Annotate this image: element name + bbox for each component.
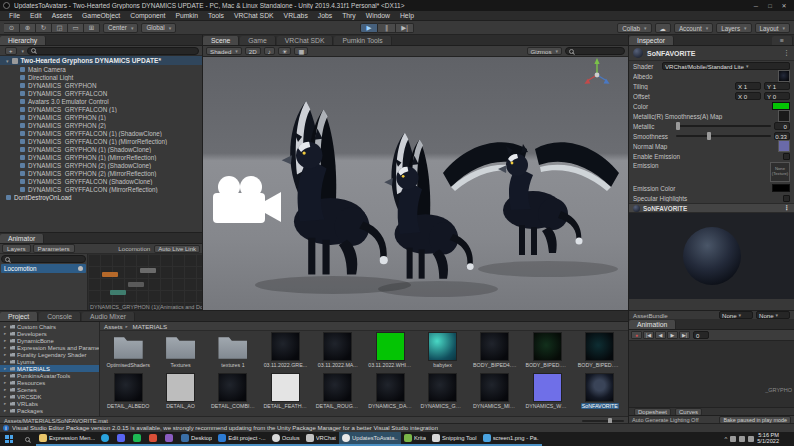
foldout-icon[interactable]: ▸ [4,380,8,385]
inspector-menu-icon[interactable]: ≡ [772,36,793,45]
menu-item[interactable]: Component [125,12,170,19]
taskbar-app-button[interactable] [162,432,178,446]
layer-item-locomotion[interactable]: Locomotion [1,264,86,273]
project-folder-item[interactable]: ▸ VRLabs [0,400,99,407]
tray-expand-icon[interactable]: ^ [724,436,727,442]
menu-item[interactable]: Window [361,12,395,19]
project-folder-item[interactable]: ▸ Packages [0,407,99,414]
project-folder-item[interactable]: ▸ Resources [0,379,99,386]
hierarchy-item[interactable]: DYNAMICS_GRYFFALCON (ShadowClone) [0,177,202,185]
battery-icon[interactable] [748,436,754,442]
animator-graph[interactable]: DYNAMICS_GRYPHON (1)(Animatics and Dom(M… [88,254,202,310]
transform-tool-button[interactable]: ◲ [52,23,68,33]
project-folder-item[interactable]: ▸ Scenes [0,386,99,393]
menu-item[interactable]: File [4,12,25,19]
lighting-toggle-icon[interactable]: ☀ [278,47,292,55]
enable-emission-checkbox[interactable] [783,153,790,160]
asset-item[interactable]: SoNFAVORITE [574,373,626,414]
preview-options-icon[interactable]: ⋮ [784,204,790,212]
next-frame-button[interactable]: ▶| [679,331,690,339]
2d-toggle[interactable]: 2D [245,47,261,55]
effects-toggle-icon[interactable]: ▦ [294,47,308,55]
tiling-y-field[interactable]: Y 1 [764,82,790,90]
play-animation-button[interactable]: ▶ [667,331,678,339]
slider-knob[interactable] [707,132,711,140]
tiling-x-field[interactable]: X 1 [735,82,761,90]
create-button[interactable]: + [5,47,17,55]
offset-x-field[interactable]: X 0 [735,92,761,100]
offset-y-field[interactable]: Y 0 [764,92,790,100]
step-button[interactable]: ▶| [396,23,414,33]
bottom-panel-tab[interactable]: Console [39,312,81,321]
foldout-icon[interactable]: ▸ [4,359,8,364]
editor-status-bar[interactable]: i Visual Studio Editor Package version 2… [0,423,794,432]
transform-tool-button[interactable]: ⊞ [84,23,100,33]
taskbar-app-button[interactable]: screen1.png - Pa... [480,432,542,446]
state-node[interactable] [140,268,156,273]
asset-item[interactable]: DYNAMICS_WHI... [521,373,573,414]
hierarchy-item[interactable]: DYNAMICS_GRYPHON (1) [0,113,202,121]
hierarchy-search[interactable] [27,47,199,55]
emission-color-swatch[interactable] [772,184,790,192]
taskbar-app-button[interactable]: Desktop [178,432,215,446]
pivot-toggle[interactable]: Center▾ [103,23,138,33]
volume-icon[interactable] [739,436,745,442]
foldout-icon[interactable]: ▸ [4,401,8,406]
transform-tool-button[interactable]: ↻ [36,23,52,33]
albedo-texture-slot[interactable] [778,70,790,82]
scene-view-tab[interactable]: Pumkin Tools [334,36,391,45]
project-folder-item[interactable]: ▸ Custom Chairs [0,323,99,330]
space-toggle[interactable]: Global▾ [141,23,176,33]
gizmos-dropdown[interactable]: Gizmos▾ [527,47,563,55]
menu-item[interactable]: Pumkin [170,12,203,19]
hierarchy-item[interactable]: DYNAMICS_GRYFFALCON (1) (ShadowClone) [0,129,202,137]
play-button[interactable]: ▶ [360,23,378,33]
layer-settings-icon[interactable] [78,266,83,271]
menu-item[interactable]: Assets [47,12,77,19]
asset-item[interactable]: DETAIL_ALBEDO [102,373,154,414]
hierarchy-item[interactable]: DYNAMICS_GRYFFALCON [0,89,202,97]
specular-highlights-checkbox[interactable] [783,195,790,202]
scene-view-tab[interactable]: VRChat SDK [277,36,334,45]
foldout-icon[interactable]: ▸ [4,373,8,378]
taskbar-app-button[interactable] [98,432,114,446]
menu-item[interactable]: Thry [337,12,361,19]
taskbar-app-button[interactable] [130,432,146,446]
thumbnail-zoom-slider[interactable] [582,420,624,422]
asset-item[interactable]: DETAIL_ROUGHN... [312,373,364,414]
hierarchy-item[interactable]: DYNAMICS_GRYPHON (1) (ShadowClone) [0,145,202,153]
scene-search[interactable] [565,47,625,55]
asset-item[interactable]: DETAIL_FEATHERS [259,373,311,414]
record-button[interactable]: ● [631,331,642,339]
breadcrumb-root[interactable]: Assets [104,323,123,330]
layout-dropdown[interactable]: Layout▾ [755,23,790,33]
taskbar-app-button[interactable]: UpdatesToAvata... [339,432,401,446]
taskbar-app-button[interactable] [146,432,162,446]
network-icon[interactable] [730,436,736,442]
hierarchy-item[interactable]: DYNAMICS_GRYPHON (1) (MirrorReflection) [0,153,202,161]
foldout-icon[interactable]: ▸ [4,331,8,336]
tab-hierarchy[interactable]: Hierarchy [0,36,46,45]
hierarchy-item[interactable]: Directional Light [0,73,202,81]
foldout-icon[interactable]: ▸ [4,387,8,392]
metallic-value[interactable]: 0 [774,122,790,130]
asset-item[interactable]: DYNAMICS_MIRR... [469,373,521,414]
asset-item[interactable]: OptimisedShaders [102,332,154,373]
account-dropdown[interactable]: Account▾ [674,23,713,33]
minimize-button[interactable]: ─ [749,3,763,9]
smoothness-value[interactable]: 0.33 [774,132,790,140]
foldout-icon[interactable]: ▸ [4,345,8,350]
foldout-icon[interactable]: ▸ [4,324,8,329]
asset-item[interactable]: DYNAMICS_GRE... [416,373,468,414]
collab-dropdown[interactable]: Collab▾ [617,23,651,33]
foldout-icon[interactable]: ▸ [4,394,8,399]
foldout-open-icon[interactable]: ▾ [6,58,9,64]
taskbar-clock[interactable]: 5:16 PM 5/1/2022 [757,433,779,445]
foldout-icon[interactable]: ▸ [4,408,8,413]
hierarchy-item[interactable]: DYNAMICS_GRYPHON (2) (ShadowClone) [0,161,202,169]
auto-live-link-button[interactable]: Auto Live Link [154,245,200,253]
bottom-panel-tab[interactable]: Project [0,312,38,321]
taskbar-app-button[interactable]: Edit project -... [215,432,268,446]
asset-item[interactable]: BODY_BIPED.GR... [521,332,573,373]
tab-animation[interactable]: Animation [629,320,676,329]
